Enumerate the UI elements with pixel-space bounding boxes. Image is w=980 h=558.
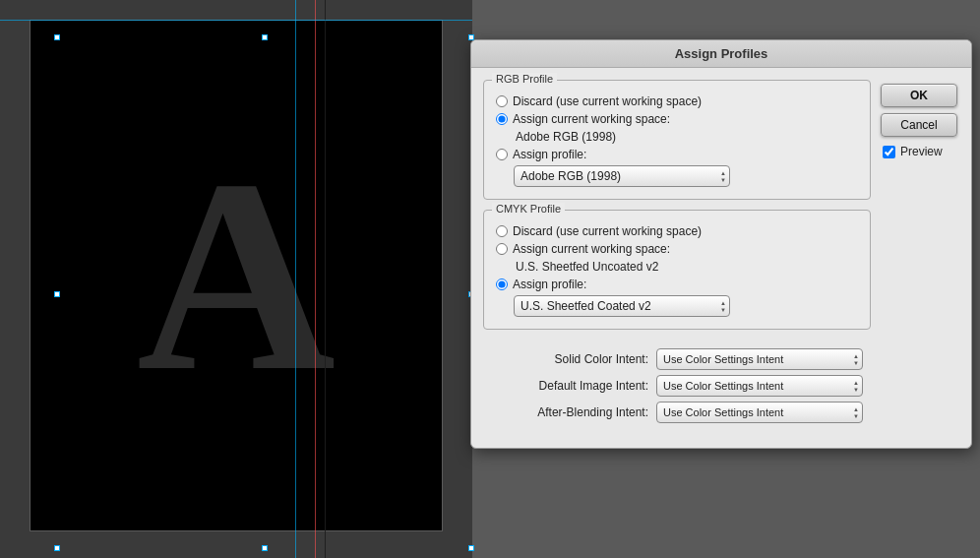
assign-profiles-dialog: Assign Profiles RGB Profile Discard (use… bbox=[470, 39, 972, 449]
dialog-titlebar: Assign Profiles bbox=[471, 40, 971, 68]
cmyk-select-wrapper: U.S. Sheetfed Coated v2 bbox=[514, 295, 730, 317]
cmyk-profile-dropdown: U.S. Sheetfed Coated v2 bbox=[514, 295, 858, 317]
rgb-assign-profile-row: Assign profile: bbox=[496, 148, 858, 161]
rgb-assign-current-radio[interactable] bbox=[496, 113, 508, 125]
handle-br[interactable] bbox=[468, 545, 474, 551]
intent-section: Solid Color Intent: Use Color Settings I… bbox=[483, 340, 871, 436]
cmyk-assign-profile-radio[interactable] bbox=[496, 279, 508, 290]
handle-tm[interactable] bbox=[262, 34, 268, 40]
handle-bl[interactable] bbox=[54, 545, 60, 551]
cmyk-profile-select[interactable]: U.S. Sheetfed Coated v2 bbox=[514, 295, 730, 317]
canvas-black: A bbox=[30, 20, 443, 531]
cmyk-discard-row: Discard (use current working space) bbox=[496, 224, 858, 238]
rgb-assign-profile-radio[interactable] bbox=[496, 149, 508, 160]
rgb-profile-dropdown: Adobe RGB (1998) bbox=[514, 165, 858, 187]
cmyk-assign-current-radio[interactable] bbox=[496, 243, 508, 255]
cmyk-assign-profile-row: Assign profile: bbox=[496, 278, 858, 291]
solid-color-intent-label: Solid Color Intent: bbox=[555, 352, 648, 366]
default-image-intent-select[interactable]: Use Color Settings Intent bbox=[656, 375, 863, 397]
cmyk-assign-current-label: Assign current working space: bbox=[513, 242, 670, 256]
guide-vertical-1 bbox=[295, 0, 296, 558]
cmyk-profile-section: CMYK Profile Discard (use current workin… bbox=[483, 210, 871, 330]
dialog-title: Assign Profiles bbox=[675, 46, 768, 61]
dialog-main: RGB Profile Discard (use current working… bbox=[483, 80, 871, 436]
preview-checkbox[interactable] bbox=[883, 146, 895, 158]
handle-bm[interactable] bbox=[262, 545, 268, 551]
default-image-intent-label: Default Image Intent: bbox=[539, 379, 648, 393]
solid-color-intent-select-wrapper: Use Color Settings Intent bbox=[656, 348, 863, 370]
guide-horizontal bbox=[0, 20, 472, 21]
canvas-area: A bbox=[0, 0, 472, 558]
handle-ml[interactable] bbox=[54, 291, 60, 297]
after-blending-intent-label: After-Blending Intent: bbox=[537, 405, 648, 419]
default-image-intent-select-wrapper: Use Color Settings Intent bbox=[656, 375, 863, 397]
guide-vertical-red bbox=[315, 0, 316, 558]
rgb-discard-row: Discard (use current working space) bbox=[496, 94, 858, 108]
rgb-assign-current-label: Assign current working space: bbox=[513, 112, 670, 126]
cancel-button[interactable]: Cancel bbox=[881, 113, 957, 137]
big-letter-a: A bbox=[137, 138, 336, 413]
rgb-assign-profile-label: Assign profile: bbox=[513, 148, 586, 161]
rgb-section-label: RGB Profile bbox=[492, 73, 557, 85]
dialog-buttons: OK Cancel Preview bbox=[881, 80, 959, 436]
default-image-intent-row: Default Image Intent: Use Color Settings… bbox=[491, 375, 863, 397]
rgb-profile-section: RGB Profile Discard (use current working… bbox=[483, 80, 871, 200]
cmyk-current-space-text: U.S. Sheetfed Uncoated v2 bbox=[516, 260, 858, 274]
solid-color-intent-select[interactable]: Use Color Settings Intent bbox=[656, 348, 863, 370]
after-blending-intent-row: After-Blending Intent: Use Color Setting… bbox=[491, 402, 863, 423]
preview-label: Preview bbox=[900, 145, 943, 158]
cmyk-discard-label: Discard (use current working space) bbox=[513, 224, 702, 238]
rgb-current-space-text: Adobe RGB (1998) bbox=[516, 130, 858, 144]
rgb-discard-radio[interactable] bbox=[496, 95, 508, 107]
preview-row: Preview bbox=[883, 145, 959, 158]
rgb-select-wrapper: Adobe RGB (1998) bbox=[514, 165, 730, 187]
cmyk-discard-radio[interactable] bbox=[496, 225, 508, 237]
ok-button[interactable]: OK bbox=[881, 84, 957, 107]
after-blending-intent-select-wrapper: Use Color Settings Intent bbox=[656, 402, 863, 423]
rgb-assign-current-row: Assign current working space: bbox=[496, 112, 858, 126]
handle-tl[interactable] bbox=[54, 34, 60, 40]
cmyk-assign-current-row: Assign current working space: bbox=[496, 242, 858, 256]
cmyk-section-label: CMYK Profile bbox=[492, 203, 565, 215]
after-blending-intent-select[interactable]: Use Color Settings Intent bbox=[656, 402, 863, 423]
cmyk-assign-profile-label: Assign profile: bbox=[513, 278, 586, 291]
solid-color-intent-row: Solid Color Intent: Use Color Settings I… bbox=[491, 348, 863, 370]
rgb-discard-label: Discard (use current working space) bbox=[513, 94, 702, 108]
guide-vertical-dark bbox=[325, 0, 326, 558]
rgb-profile-select[interactable]: Adobe RGB (1998) bbox=[514, 165, 730, 187]
dialog-body: RGB Profile Discard (use current working… bbox=[471, 68, 971, 448]
